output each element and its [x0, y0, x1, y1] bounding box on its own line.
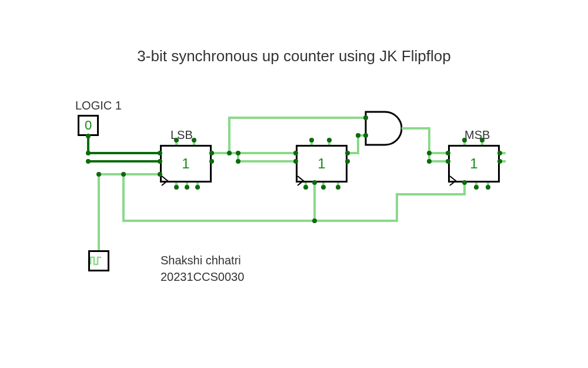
svg-point-1 [86, 151, 91, 155]
logic1-label: LOGIC 1 [75, 99, 122, 112]
svg-point-15 [356, 133, 360, 138]
svg-point-2 [86, 159, 91, 164]
author-name: Shakshi chhatri [161, 252, 244, 268]
flipflop-mid: 1 [296, 145, 348, 183]
svg-point-29 [309, 138, 314, 142]
svg-point-10 [236, 159, 240, 164]
svg-point-41 [121, 172, 126, 177]
flipflop-lsb: 1 [160, 145, 212, 183]
svg-point-16 [363, 115, 368, 120]
flipflop-msb-value: 1 [450, 147, 498, 181]
svg-point-31 [303, 185, 308, 190]
author-id: 20231CCS0030 [161, 268, 244, 285]
svg-point-42 [312, 218, 317, 223]
svg-point-27 [185, 185, 189, 190]
diagram-title: 3-bit synchronous up counter using JK Fl… [0, 47, 588, 65]
flipflop-msb: 1 [448, 145, 500, 183]
svg-point-34 [336, 185, 340, 190]
logic1-value: 0 [79, 117, 97, 134]
svg-point-26 [174, 185, 179, 190]
flipflop-mid-value: 1 [298, 147, 346, 181]
clock-icon [90, 256, 102, 266]
svg-point-9 [236, 151, 240, 155]
svg-point-28 [195, 185, 200, 190]
author-block: Shakshi chhatri 20231CCS0030 [161, 252, 244, 285]
lsb-label: LSB [171, 128, 193, 142]
svg-point-40 [96, 172, 101, 177]
svg-point-39 [486, 185, 490, 190]
flipflop-lsb-value: 1 [162, 147, 210, 181]
svg-point-8 [227, 151, 232, 155]
svg-point-38 [474, 185, 479, 190]
clock-source [88, 250, 109, 271]
svg-point-33 [321, 185, 326, 190]
svg-point-30 [327, 138, 332, 142]
svg-point-18 [427, 151, 432, 155]
msb-label: MSB [465, 128, 490, 142]
logic1-source: 0 [78, 115, 99, 136]
svg-point-17 [363, 133, 368, 138]
svg-point-19 [427, 159, 432, 164]
